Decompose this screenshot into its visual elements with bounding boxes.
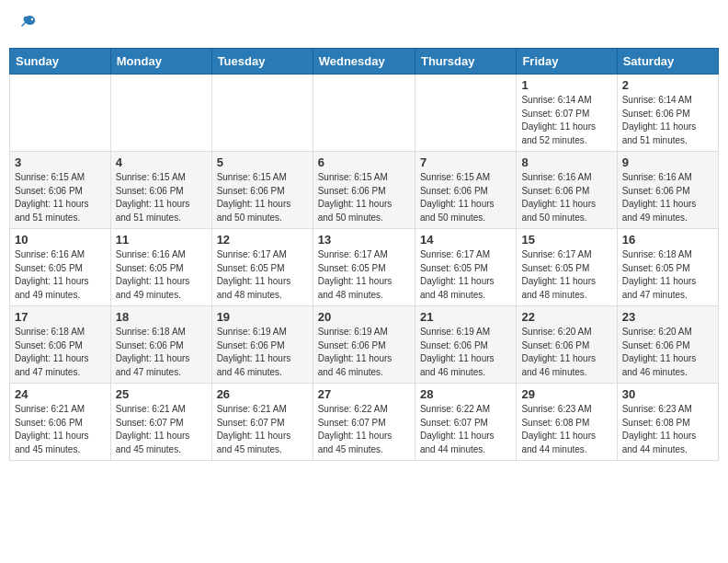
day-info: Sunrise: 6:17 AM Sunset: 6:05 PM Dayligh… [420,248,511,302]
day-number: 15 [521,233,611,247]
calendar-cell: 11Sunrise: 6:16 AM Sunset: 6:05 PM Dayli… [110,229,211,306]
day-number: 28 [420,387,511,401]
day-info: Sunrise: 6:19 AM Sunset: 6:06 PM Dayligh… [217,326,308,379]
calendar-header-row: SundayMondayTuesdayWednesdayThursdayFrid… [10,49,719,75]
calendar-cell: 7Sunrise: 6:15 AM Sunset: 6:06 PM Daylig… [415,152,516,229]
day-number: 4 [116,155,207,169]
calendar-cell: 9Sunrise: 6:16 AM Sunset: 6:06 PM Daylig… [617,152,718,229]
day-number: 24 [15,387,106,401]
day-number: 26 [217,387,308,401]
day-number: 18 [116,310,207,324]
calendar-week-row: 3Sunrise: 6:15 AM Sunset: 6:06 PM Daylig… [10,152,719,229]
day-number: 2 [622,78,713,92]
day-number: 22 [521,310,611,324]
day-number: 5 [217,155,308,169]
day-number: 9 [622,155,713,169]
day-info: Sunrise: 6:20 AM Sunset: 6:06 PM Dayligh… [521,326,611,379]
day-number: 14 [420,233,511,247]
weekday-header-saturday: Saturday [617,49,718,75]
day-info: Sunrise: 6:16 AM Sunset: 6:05 PM Dayligh… [15,248,106,302]
day-info: Sunrise: 6:19 AM Sunset: 6:06 PM Dayligh… [420,326,511,379]
day-number: 30 [622,387,713,401]
day-info: Sunrise: 6:14 AM Sunset: 6:07 PM Dayligh… [521,94,611,147]
weekday-header-thursday: Thursday [415,49,516,75]
calendar-cell: 17Sunrise: 6:18 AM Sunset: 6:06 PM Dayli… [10,306,111,384]
calendar-cell: 2Sunrise: 6:14 AM Sunset: 6:06 PM Daylig… [617,75,718,152]
calendar-week-row: 1Sunrise: 6:14 AM Sunset: 6:07 PM Daylig… [10,75,719,152]
calendar-cell [313,75,415,152]
calendar-cell: 30Sunrise: 6:23 AM Sunset: 6:08 PM Dayli… [617,384,718,461]
day-info: Sunrise: 6:15 AM Sunset: 6:06 PM Dayligh… [318,171,410,224]
day-number: 17 [15,310,106,324]
day-number: 8 [521,155,611,169]
calendar-cell: 1Sunrise: 6:14 AM Sunset: 6:07 PM Daylig… [517,75,617,152]
day-number: 25 [116,387,207,401]
day-number: 20 [318,310,410,324]
day-number: 13 [318,233,410,247]
calendar-cell [211,75,313,152]
calendar-cell: 14Sunrise: 6:17 AM Sunset: 6:05 PM Dayli… [415,229,516,306]
day-info: Sunrise: 6:15 AM Sunset: 6:06 PM Dayligh… [420,171,511,224]
logo [15,13,37,37]
calendar-cell: 27Sunrise: 6:22 AM Sunset: 6:07 PM Dayli… [313,384,415,461]
day-info: Sunrise: 6:23 AM Sunset: 6:08 PM Dayligh… [521,403,611,456]
day-info: Sunrise: 6:21 AM Sunset: 6:07 PM Dayligh… [116,403,207,456]
day-info: Sunrise: 6:22 AM Sunset: 6:07 PM Dayligh… [420,403,511,456]
day-info: Sunrise: 6:20 AM Sunset: 6:06 PM Dayligh… [622,326,713,379]
calendar-cell: 12Sunrise: 6:17 AM Sunset: 6:05 PM Dayli… [211,229,313,306]
day-number: 1 [521,78,611,92]
day-info: Sunrise: 6:15 AM Sunset: 6:06 PM Dayligh… [15,171,106,224]
day-number: 6 [318,155,410,169]
calendar-cell [110,75,211,152]
weekday-header-monday: Monday [110,49,211,75]
day-info: Sunrise: 6:21 AM Sunset: 6:07 PM Dayligh… [217,403,308,456]
svg-point-0 [31,18,33,20]
calendar-table: SundayMondayTuesdayWednesdayThursdayFrid… [9,48,719,461]
calendar-cell: 3Sunrise: 6:15 AM Sunset: 6:06 PM Daylig… [10,152,111,229]
calendar-cell: 18Sunrise: 6:18 AM Sunset: 6:06 PM Dayli… [110,306,211,384]
bird-icon [17,13,37,37]
day-info: Sunrise: 6:18 AM Sunset: 6:06 PM Dayligh… [15,326,106,379]
weekday-header-sunday: Sunday [10,49,111,75]
calendar-cell: 5Sunrise: 6:15 AM Sunset: 6:06 PM Daylig… [211,152,313,229]
calendar-cell: 15Sunrise: 6:17 AM Sunset: 6:05 PM Dayli… [517,229,617,306]
calendar-cell: 19Sunrise: 6:19 AM Sunset: 6:06 PM Dayli… [211,306,313,384]
calendar-cell: 20Sunrise: 6:19 AM Sunset: 6:06 PM Dayli… [313,306,415,384]
day-info: Sunrise: 6:19 AM Sunset: 6:06 PM Dayligh… [318,326,410,379]
day-number: 11 [116,233,207,247]
calendar-week-row: 24Sunrise: 6:21 AM Sunset: 6:06 PM Dayli… [10,384,719,461]
day-info: Sunrise: 6:15 AM Sunset: 6:06 PM Dayligh… [116,171,207,224]
calendar-cell: 28Sunrise: 6:22 AM Sunset: 6:07 PM Dayli… [415,384,516,461]
weekday-header-wednesday: Wednesday [313,49,415,75]
day-number: 23 [622,310,713,324]
page-header [9,9,719,40]
day-number: 10 [15,233,106,247]
day-info: Sunrise: 6:17 AM Sunset: 6:05 PM Dayligh… [217,248,308,302]
day-number: 19 [217,310,308,324]
day-info: Sunrise: 6:15 AM Sunset: 6:06 PM Dayligh… [217,171,308,224]
calendar-cell [415,75,516,152]
day-number: 3 [15,155,106,169]
calendar-cell: 10Sunrise: 6:16 AM Sunset: 6:05 PM Dayli… [10,229,111,306]
day-number: 12 [217,233,308,247]
day-info: Sunrise: 6:16 AM Sunset: 6:05 PM Dayligh… [116,248,207,302]
calendar-cell: 21Sunrise: 6:19 AM Sunset: 6:06 PM Dayli… [415,306,516,384]
day-info: Sunrise: 6:16 AM Sunset: 6:06 PM Dayligh… [521,171,611,224]
calendar-week-row: 17Sunrise: 6:18 AM Sunset: 6:06 PM Dayli… [10,306,719,384]
day-info: Sunrise: 6:18 AM Sunset: 6:06 PM Dayligh… [116,326,207,379]
calendar-cell: 23Sunrise: 6:20 AM Sunset: 6:06 PM Dayli… [617,306,718,384]
weekday-header-tuesday: Tuesday [211,49,313,75]
day-info: Sunrise: 6:16 AM Sunset: 6:06 PM Dayligh… [622,171,713,224]
day-info: Sunrise: 6:17 AM Sunset: 6:05 PM Dayligh… [318,248,410,302]
calendar-cell: 24Sunrise: 6:21 AM Sunset: 6:06 PM Dayli… [10,384,111,461]
day-number: 7 [420,155,511,169]
day-info: Sunrise: 6:17 AM Sunset: 6:05 PM Dayligh… [521,248,611,302]
day-info: Sunrise: 6:14 AM Sunset: 6:06 PM Dayligh… [622,94,713,147]
calendar-cell: 6Sunrise: 6:15 AM Sunset: 6:06 PM Daylig… [313,152,415,229]
day-number: 21 [420,310,511,324]
calendar-week-row: 10Sunrise: 6:16 AM Sunset: 6:05 PM Dayli… [10,229,719,306]
day-number: 29 [521,387,611,401]
calendar-cell: 16Sunrise: 6:18 AM Sunset: 6:05 PM Dayli… [617,229,718,306]
calendar-cell: 13Sunrise: 6:17 AM Sunset: 6:05 PM Dayli… [313,229,415,306]
day-info: Sunrise: 6:22 AM Sunset: 6:07 PM Dayligh… [318,403,410,456]
